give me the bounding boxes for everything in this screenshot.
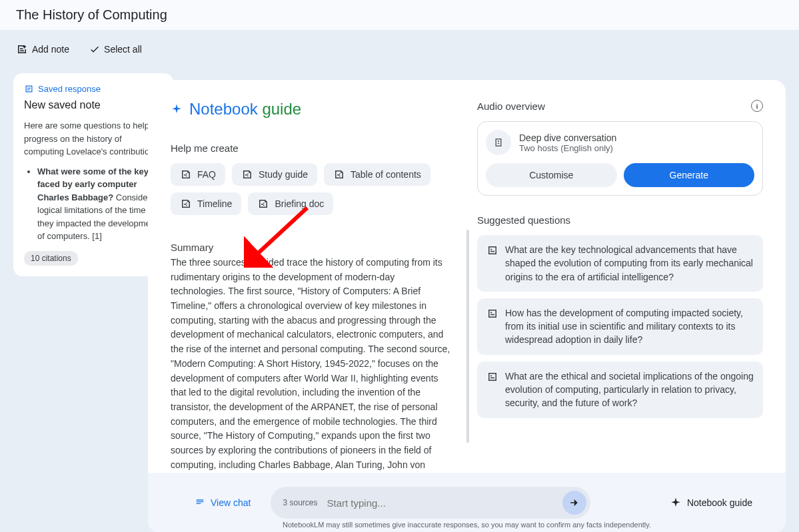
note-add-icon (16, 43, 28, 55)
summary-body: The three sources provided trace the his… (171, 256, 450, 473)
doc-icon (257, 198, 269, 210)
chat-input-container: 3 sources (271, 487, 590, 519)
study-guide-chip[interactable]: Study guide (232, 163, 317, 186)
sparkle-icon (670, 497, 682, 509)
chat-icon (486, 308, 498, 320)
check-icon (89, 44, 100, 55)
citations-chip[interactable]: 10 citations (24, 251, 78, 266)
saved-response-icon (24, 84, 34, 94)
add-note-button[interactable]: Add note (16, 43, 69, 55)
guide-left-column: Notebook guide Help me create FAQ Study … (171, 100, 450, 466)
notebook-guide-link[interactable]: Notebook guide (670, 497, 752, 509)
bottom-bar: View chat 3 sources Notebook guide Noteb… (148, 473, 786, 532)
page-title: The History of Computing (16, 7, 167, 23)
generate-button[interactable]: Generate (624, 163, 755, 187)
sparkle-icon (171, 103, 183, 115)
chat-input[interactable] (327, 497, 553, 509)
note-question-list: What were some of the key faced by early… (24, 165, 163, 243)
select-all-button[interactable]: Select all (89, 44, 142, 55)
guide-right-column: Audio overview i Deep dive conversation … (477, 100, 763, 466)
doc-icon (180, 198, 192, 210)
audio-overview-card: Deep dive conversation Two hosts (Englis… (477, 121, 763, 196)
doc-icon (333, 168, 345, 180)
suggested-question-3[interactable]: What are the ethical and societal implic… (477, 362, 763, 418)
suggested-questions-label: Suggested questions (477, 214, 763, 226)
disclaimer-text: NotebookLM may still sometimes give inac… (148, 521, 786, 529)
audio-subtitle: Two hosts (English only) (519, 143, 616, 153)
saved-response-tag: Saved response (24, 84, 163, 94)
suggested-question-1[interactable]: What are the key technological advanceme… (477, 235, 763, 292)
help-me-create-label: Help me create (171, 142, 450, 154)
notebook-guide-panel: Notebook guide Help me create FAQ Study … (148, 80, 786, 532)
timeline-chip[interactable]: Timeline (171, 192, 241, 215)
create-chips: FAQ Study guide Table of contents Timeli… (171, 163, 450, 215)
audio-title: Deep dive conversation (519, 133, 616, 143)
info-icon[interactable]: i (751, 100, 763, 112)
sources-count: 3 sources (283, 498, 317, 507)
suggested-question-2[interactable]: How has the development of computing imp… (477, 298, 763, 355)
scrollbar[interactable] (466, 230, 469, 443)
note-intro: Here are some questions to help progress… (24, 119, 163, 158)
arrow-right-icon (568, 497, 580, 509)
summary-block: Summary The three sources provided trace… (171, 242, 450, 473)
toc-chip[interactable]: Table of contents (324, 163, 430, 186)
action-row: Add note Select all (0, 31, 799, 67)
summary-heading: Summary (171, 242, 450, 253)
chat-lines-icon (195, 497, 205, 508)
speaker-icon (486, 130, 511, 155)
doc-icon (180, 168, 192, 180)
top-bar: The History of Computing (0, 0, 799, 31)
doc-icon (241, 168, 253, 180)
suggested-questions: What are the key technological advanceme… (477, 235, 763, 418)
audio-overview-label: Audio overview (477, 101, 545, 112)
chat-icon (486, 244, 498, 256)
note-title: New saved note (24, 99, 163, 111)
faq-chip[interactable]: FAQ (171, 163, 225, 186)
briefing-chip[interactable]: Briefing doc (248, 192, 333, 215)
view-chat-button[interactable]: View chat (195, 497, 251, 508)
notebook-guide-heading: Notebook guide (171, 100, 450, 119)
note-question-item: What were some of the key faced by early… (37, 165, 163, 243)
chat-icon (486, 371, 498, 383)
customise-button[interactable]: Customise (486, 163, 617, 187)
send-button[interactable] (562, 491, 586, 515)
